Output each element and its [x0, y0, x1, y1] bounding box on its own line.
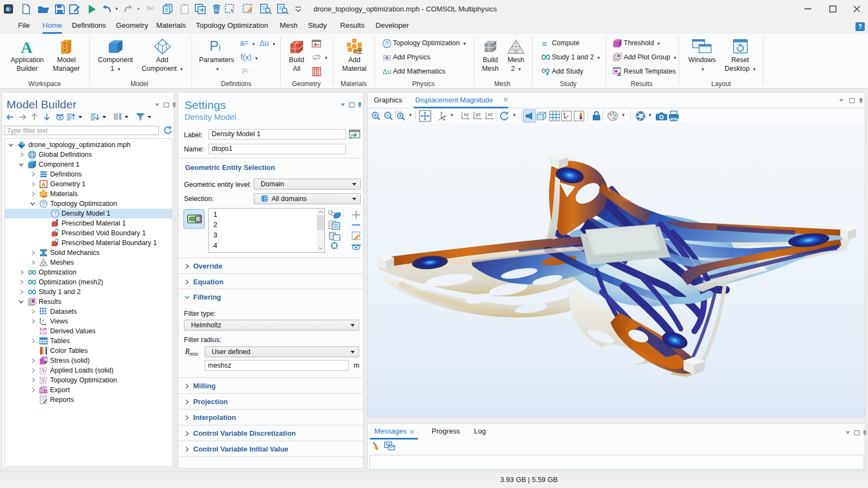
svg-text:xy: xy [464, 111, 469, 117]
svg-text:?: ? [56, 239, 58, 242]
svg-text:?: ? [42, 200, 45, 207]
svg-text:yz: yz [476, 111, 481, 117]
svg-text:?: ? [385, 40, 389, 47]
svg-text:?: ? [53, 210, 57, 217]
svg-text:8.85: 8.85 [40, 327, 47, 331]
svg-text:xz: xz [488, 111, 493, 117]
svg-text:e-12: e-12 [40, 331, 47, 335]
svg-text:?: ? [56, 229, 58, 233]
